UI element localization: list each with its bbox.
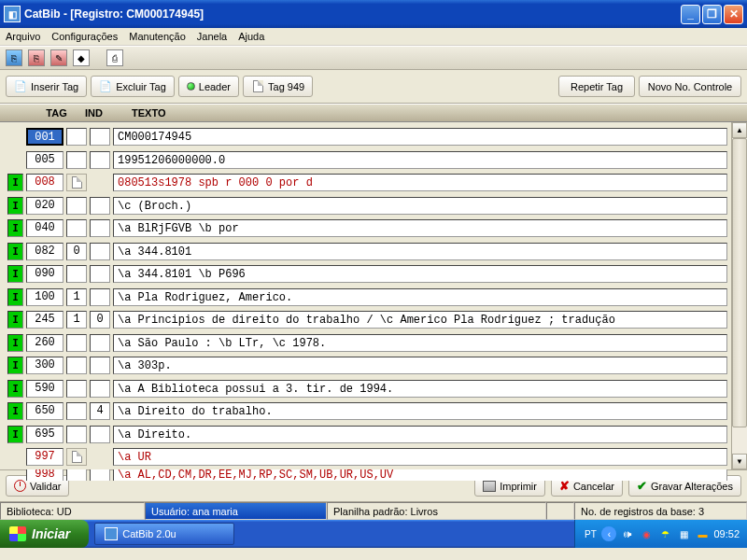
indicator-1[interactable] — [66, 357, 87, 374]
indicator-2[interactable] — [90, 469, 110, 481]
tray-icon-5[interactable]: ▦ — [676, 526, 691, 541]
tag-field[interactable]: 040 — [26, 219, 63, 237]
row-marker[interactable] — [7, 151, 23, 169]
fixed-field-icon[interactable] — [66, 174, 87, 191]
tray-icon-6[interactable]: ▬ — [695, 526, 710, 541]
texto-field[interactable]: \c (Broch.) — [113, 197, 727, 215]
tag-field[interactable]: 082 — [26, 243, 63, 260]
indicator-1[interactable] — [66, 334, 87, 352]
toolbar-icon-3[interactable]: ✎ — [50, 49, 67, 66]
tag-field[interactable]: 300 — [26, 357, 63, 374]
tray-icon-2[interactable]: 🕪 — [620, 526, 635, 541]
tray-icon-1[interactable]: ‹ — [601, 526, 616, 541]
indicator-1[interactable] — [66, 265, 87, 283]
tag949-button[interactable]: Tag 949 — [243, 76, 313, 97]
tag-field[interactable]: 100 — [26, 288, 63, 306]
leader-button[interactable]: Leader — [178, 76, 239, 97]
menu-arquivo[interactable]: Arquivo — [6, 31, 40, 42]
row-marker[interactable]: I — [7, 288, 23, 306]
texto-field[interactable]: \a Direito. — [113, 426, 727, 443]
menu-janela[interactable]: Janela — [197, 31, 227, 42]
texto-field[interactable]: \a A Biblioteca possui a 3. tir. de 1994… — [113, 380, 727, 398]
texto-field[interactable]: \a 303p. — [113, 357, 727, 374]
texto-field[interactable]: \a UR — [113, 448, 727, 466]
row-marker[interactable]: I — [7, 174, 23, 191]
texto-field[interactable]: 080513s1978 spb r 000 0 por d — [113, 174, 727, 191]
indicator-2[interactable]: 0 — [90, 311, 110, 329]
indicator-2[interactable] — [90, 357, 110, 374]
toolbar-icon-2[interactable]: ⎘ — [28, 49, 45, 66]
row-marker[interactable]: I — [7, 265, 23, 283]
maximize-button[interactable]: ❐ — [702, 5, 722, 24]
tag-field[interactable]: 650 — [26, 402, 63, 420]
tag-field[interactable]: 001 — [26, 128, 63, 146]
fixed-field-icon[interactable] — [66, 448, 87, 466]
indicator-2[interactable] — [90, 288, 110, 306]
indicator-2[interactable] — [90, 243, 110, 260]
scroll-up-button[interactable]: ▲ — [732, 122, 747, 138]
indicator-2[interactable] — [90, 128, 110, 146]
indicator-2[interactable] — [90, 265, 110, 283]
tag-field[interactable]: 260 — [26, 334, 63, 352]
indicator-2[interactable] — [90, 219, 110, 237]
tray-clock[interactable]: 09:52 — [713, 528, 740, 539]
tag-field[interactable]: 005 — [26, 151, 63, 169]
row-marker[interactable] — [7, 469, 23, 481]
toolbar-icon-4[interactable]: ◆ — [73, 49, 90, 66]
indicator-1[interactable]: 1 — [66, 311, 87, 329]
indicator-2[interactable] — [90, 426, 110, 443]
row-marker[interactable]: I — [7, 243, 23, 260]
repetir-tag-button[interactable]: Repetir Tag — [558, 76, 635, 97]
start-button[interactable]: Iniciar — [0, 520, 89, 548]
texto-field[interactable]: \a 344.8101 \b P696 — [113, 265, 727, 283]
row-marker[interactable]: I — [7, 402, 23, 420]
row-marker[interactable]: I — [7, 219, 23, 237]
row-marker[interactable] — [7, 128, 23, 146]
texto-field[interactable]: \a Principios de direito do trabalho / \… — [113, 311, 727, 329]
indicator-2[interactable] — [90, 151, 110, 169]
indicator-2[interactable] — [90, 334, 110, 352]
minimize-button[interactable]: _ — [681, 5, 700, 24]
menu-ajuda[interactable]: Ajuda — [238, 31, 264, 42]
indicator-1[interactable]: 0 — [66, 243, 87, 260]
indicator-2[interactable]: 4 — [90, 402, 110, 420]
tag-field[interactable]: 090 — [26, 265, 63, 283]
close-button[interactable]: ✕ — [724, 5, 743, 24]
texto-field[interactable]: \a Direito do trabalho. — [113, 402, 727, 420]
texto-field[interactable]: 19951206000000.0 — [113, 151, 727, 169]
texto-field[interactable]: \a São Paulo : \b LTr, \c 1978. — [113, 334, 727, 352]
tag-field[interactable]: 997 — [26, 448, 63, 466]
scroll-down-button[interactable]: ▼ — [732, 454, 747, 469]
excluir-tag-button[interactable]: 📄Excluir Tag — [91, 76, 175, 97]
vertical-scrollbar[interactable]: ▲ ▼ — [731, 122, 747, 469]
texto-field[interactable]: \a 344.8101 — [113, 243, 727, 260]
indicator-1[interactable]: 1 — [66, 288, 87, 306]
texto-field[interactable]: \a BlRjFGVB \b por — [113, 219, 727, 237]
indicator-2[interactable] — [90, 380, 110, 398]
scroll-track[interactable] — [732, 138, 747, 454]
texto-field[interactable]: \a Pla Rodriguez, Americo. — [113, 288, 727, 306]
novo-controle-button[interactable]: Novo No. Controle — [639, 76, 741, 97]
taskbar-item-catbib[interactable]: CatBib 2.0u — [94, 523, 234, 545]
indicator-2[interactable] — [90, 197, 110, 215]
tray-icon-4[interactable]: ☂ — [657, 526, 672, 541]
scroll-thumb[interactable] — [732, 138, 747, 427]
tray-lang[interactable]: PT — [583, 526, 598, 541]
tag-field[interactable]: 245 — [26, 311, 63, 329]
texto-field[interactable]: CM000174945 — [113, 128, 727, 146]
indicator-1[interactable] — [66, 402, 87, 420]
row-marker[interactable]: I — [7, 357, 23, 374]
row-marker[interactable]: I — [7, 334, 23, 352]
indicator-1[interactable] — [66, 426, 87, 443]
print-icon[interactable]: ⎙ — [106, 49, 123, 66]
tag-field[interactable]: 020 — [26, 197, 63, 215]
indicator-1[interactable] — [66, 219, 87, 237]
menu-manutencao[interactable]: Manutenção — [129, 31, 186, 42]
menu-configuracoes[interactable]: Configurações — [51, 31, 118, 42]
toolbar-icon-1[interactable]: ⎘ — [6, 49, 22, 66]
texto-field[interactable]: \a AL,CD,CM,DR,EE,MJ,RP,SC,SM,UB,UR,US,U… — [113, 469, 727, 481]
indicator-1[interactable] — [66, 380, 87, 398]
row-marker[interactable]: I — [7, 380, 23, 398]
inserir-tag-button[interactable]: 📄Inserir Tag — [6, 76, 87, 97]
tray-icon-3[interactable]: ◉ — [639, 526, 654, 541]
